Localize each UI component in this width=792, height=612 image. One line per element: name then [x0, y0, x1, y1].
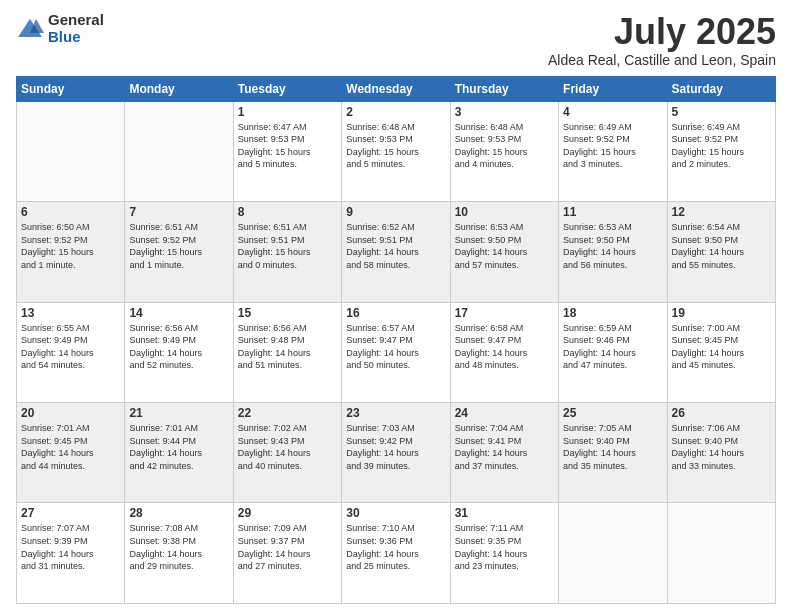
- header-friday: Friday: [559, 76, 667, 101]
- day-info: Sunrise: 6:55 AM Sunset: 9:49 PM Dayligh…: [21, 322, 120, 372]
- calendar-cell-w3-d7: 19Sunrise: 7:00 AM Sunset: 9:45 PM Dayli…: [667, 302, 775, 402]
- calendar-cell-w2-d2: 7Sunrise: 6:51 AM Sunset: 9:52 PM Daylig…: [125, 202, 233, 302]
- calendar-cell-w2-d7: 12Sunrise: 6:54 AM Sunset: 9:50 PM Dayli…: [667, 202, 775, 302]
- calendar-cell-w1-d6: 4Sunrise: 6:49 AM Sunset: 9:52 PM Daylig…: [559, 101, 667, 201]
- day-info: Sunrise: 7:01 AM Sunset: 9:44 PM Dayligh…: [129, 422, 228, 472]
- day-info: Sunrise: 6:49 AM Sunset: 9:52 PM Dayligh…: [563, 121, 662, 171]
- day-number: 31: [455, 506, 554, 520]
- day-info: Sunrise: 7:04 AM Sunset: 9:41 PM Dayligh…: [455, 422, 554, 472]
- day-number: 8: [238, 205, 337, 219]
- day-info: Sunrise: 6:52 AM Sunset: 9:51 PM Dayligh…: [346, 221, 445, 271]
- day-number: 9: [346, 205, 445, 219]
- header-saturday: Saturday: [667, 76, 775, 101]
- day-number: 17: [455, 306, 554, 320]
- day-number: 10: [455, 205, 554, 219]
- logo-icon: [16, 15, 44, 43]
- calendar-cell-w2-d4: 9Sunrise: 6:52 AM Sunset: 9:51 PM Daylig…: [342, 202, 450, 302]
- day-info: Sunrise: 7:08 AM Sunset: 9:38 PM Dayligh…: [129, 522, 228, 572]
- calendar-cell-w5-d6: [559, 503, 667, 604]
- calendar-cell-w4-d6: 25Sunrise: 7:05 AM Sunset: 9:40 PM Dayli…: [559, 403, 667, 503]
- day-info: Sunrise: 6:49 AM Sunset: 9:52 PM Dayligh…: [672, 121, 771, 171]
- day-info: Sunrise: 7:05 AM Sunset: 9:40 PM Dayligh…: [563, 422, 662, 472]
- header-sunday: Sunday: [17, 76, 125, 101]
- day-number: 11: [563, 205, 662, 219]
- calendar-week-5: 27Sunrise: 7:07 AM Sunset: 9:39 PM Dayli…: [17, 503, 776, 604]
- day-info: Sunrise: 7:10 AM Sunset: 9:36 PM Dayligh…: [346, 522, 445, 572]
- day-number: 24: [455, 406, 554, 420]
- page-header: General Blue July 2025 Aldea Real, Casti…: [16, 12, 776, 68]
- day-number: 18: [563, 306, 662, 320]
- day-number: 15: [238, 306, 337, 320]
- calendar-cell-w5-d4: 30Sunrise: 7:10 AM Sunset: 9:36 PM Dayli…: [342, 503, 450, 604]
- calendar-cell-w5-d2: 28Sunrise: 7:08 AM Sunset: 9:38 PM Dayli…: [125, 503, 233, 604]
- header-tuesday: Tuesday: [233, 76, 341, 101]
- day-info: Sunrise: 6:48 AM Sunset: 9:53 PM Dayligh…: [346, 121, 445, 171]
- day-number: 14: [129, 306, 228, 320]
- day-number: 23: [346, 406, 445, 420]
- calendar-cell-w4-d4: 23Sunrise: 7:03 AM Sunset: 9:42 PM Dayli…: [342, 403, 450, 503]
- calendar-cell-w3-d4: 16Sunrise: 6:57 AM Sunset: 9:47 PM Dayli…: [342, 302, 450, 402]
- day-info: Sunrise: 7:02 AM Sunset: 9:43 PM Dayligh…: [238, 422, 337, 472]
- calendar-header-row: Sunday Monday Tuesday Wednesday Thursday…: [17, 76, 776, 101]
- calendar-week-4: 20Sunrise: 7:01 AM Sunset: 9:45 PM Dayli…: [17, 403, 776, 503]
- day-info: Sunrise: 6:56 AM Sunset: 9:49 PM Dayligh…: [129, 322, 228, 372]
- day-info: Sunrise: 6:47 AM Sunset: 9:53 PM Dayligh…: [238, 121, 337, 171]
- day-number: 28: [129, 506, 228, 520]
- calendar-week-1: 1Sunrise: 6:47 AM Sunset: 9:53 PM Daylig…: [17, 101, 776, 201]
- day-number: 4: [563, 105, 662, 119]
- day-number: 5: [672, 105, 771, 119]
- logo-blue-text: Blue: [48, 29, 104, 46]
- day-info: Sunrise: 6:51 AM Sunset: 9:52 PM Dayligh…: [129, 221, 228, 271]
- header-thursday: Thursday: [450, 76, 558, 101]
- day-info: Sunrise: 6:59 AM Sunset: 9:46 PM Dayligh…: [563, 322, 662, 372]
- day-info: Sunrise: 7:01 AM Sunset: 9:45 PM Dayligh…: [21, 422, 120, 472]
- calendar-cell-w4-d5: 24Sunrise: 7:04 AM Sunset: 9:41 PM Dayli…: [450, 403, 558, 503]
- day-info: Sunrise: 7:00 AM Sunset: 9:45 PM Dayligh…: [672, 322, 771, 372]
- day-info: Sunrise: 6:48 AM Sunset: 9:53 PM Dayligh…: [455, 121, 554, 171]
- calendar-cell-w5-d5: 31Sunrise: 7:11 AM Sunset: 9:35 PM Dayli…: [450, 503, 558, 604]
- calendar-cell-w5-d1: 27Sunrise: 7:07 AM Sunset: 9:39 PM Dayli…: [17, 503, 125, 604]
- calendar-cell-w1-d7: 5Sunrise: 6:49 AM Sunset: 9:52 PM Daylig…: [667, 101, 775, 201]
- day-info: Sunrise: 6:57 AM Sunset: 9:47 PM Dayligh…: [346, 322, 445, 372]
- logo-general-text: General: [48, 12, 104, 29]
- calendar-cell-w2-d1: 6Sunrise: 6:50 AM Sunset: 9:52 PM Daylig…: [17, 202, 125, 302]
- day-number: 26: [672, 406, 771, 420]
- day-info: Sunrise: 6:53 AM Sunset: 9:50 PM Dayligh…: [455, 221, 554, 271]
- calendar-cell-w5-d3: 29Sunrise: 7:09 AM Sunset: 9:37 PM Dayli…: [233, 503, 341, 604]
- calendar-cell-w4-d2: 21Sunrise: 7:01 AM Sunset: 9:44 PM Dayli…: [125, 403, 233, 503]
- day-number: 27: [21, 506, 120, 520]
- location-subtitle: Aldea Real, Castille and Leon, Spain: [548, 52, 776, 68]
- day-info: Sunrise: 7:03 AM Sunset: 9:42 PM Dayligh…: [346, 422, 445, 472]
- day-number: 7: [129, 205, 228, 219]
- day-number: 29: [238, 506, 337, 520]
- calendar-cell-w4-d3: 22Sunrise: 7:02 AM Sunset: 9:43 PM Dayli…: [233, 403, 341, 503]
- calendar-cell-w4-d7: 26Sunrise: 7:06 AM Sunset: 9:40 PM Dayli…: [667, 403, 775, 503]
- day-number: 16: [346, 306, 445, 320]
- day-info: Sunrise: 7:11 AM Sunset: 9:35 PM Dayligh…: [455, 522, 554, 572]
- day-number: 20: [21, 406, 120, 420]
- calendar-cell-w2-d3: 8Sunrise: 6:51 AM Sunset: 9:51 PM Daylig…: [233, 202, 341, 302]
- day-number: 25: [563, 406, 662, 420]
- day-info: Sunrise: 6:54 AM Sunset: 9:50 PM Dayligh…: [672, 221, 771, 271]
- title-block: July 2025 Aldea Real, Castille and Leon,…: [548, 12, 776, 68]
- calendar-cell-w3-d3: 15Sunrise: 6:56 AM Sunset: 9:48 PM Dayli…: [233, 302, 341, 402]
- day-info: Sunrise: 6:56 AM Sunset: 9:48 PM Dayligh…: [238, 322, 337, 372]
- calendar-table: Sunday Monday Tuesday Wednesday Thursday…: [16, 76, 776, 604]
- logo: General Blue: [16, 12, 104, 45]
- calendar-week-3: 13Sunrise: 6:55 AM Sunset: 9:49 PM Dayli…: [17, 302, 776, 402]
- day-number: 13: [21, 306, 120, 320]
- day-info: Sunrise: 7:06 AM Sunset: 9:40 PM Dayligh…: [672, 422, 771, 472]
- day-number: 1: [238, 105, 337, 119]
- day-number: 3: [455, 105, 554, 119]
- calendar-cell-w1-d5: 3Sunrise: 6:48 AM Sunset: 9:53 PM Daylig…: [450, 101, 558, 201]
- day-info: Sunrise: 6:51 AM Sunset: 9:51 PM Dayligh…: [238, 221, 337, 271]
- day-info: Sunrise: 7:09 AM Sunset: 9:37 PM Dayligh…: [238, 522, 337, 572]
- calendar-cell-w1-d1: [17, 101, 125, 201]
- day-number: 6: [21, 205, 120, 219]
- day-number: 22: [238, 406, 337, 420]
- day-number: 12: [672, 205, 771, 219]
- calendar-cell-w2-d6: 11Sunrise: 6:53 AM Sunset: 9:50 PM Dayli…: [559, 202, 667, 302]
- calendar-cell-w1-d3: 1Sunrise: 6:47 AM Sunset: 9:53 PM Daylig…: [233, 101, 341, 201]
- calendar-cell-w1-d2: [125, 101, 233, 201]
- header-wednesday: Wednesday: [342, 76, 450, 101]
